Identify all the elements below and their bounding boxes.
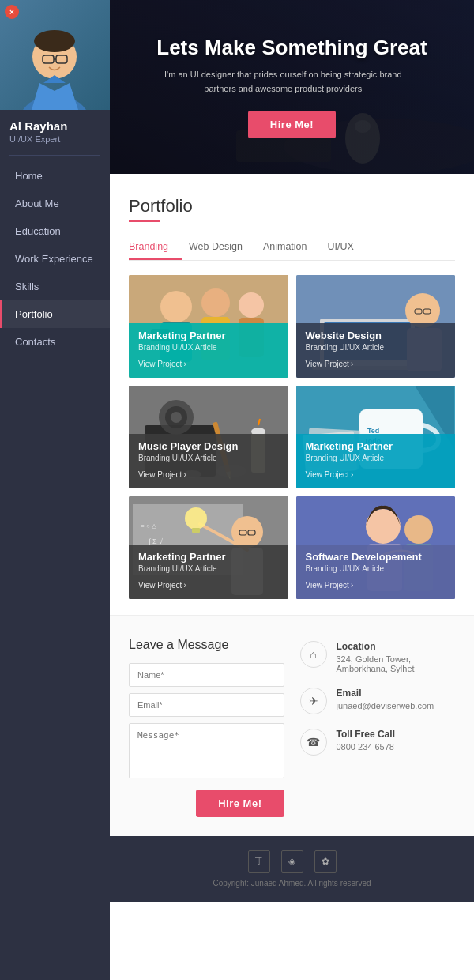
contact-section: Leave a Message Hire Me! ⌂ Location 324,… — [110, 615, 474, 836]
hero-title: Lets Make Something Great — [156, 36, 427, 60]
name-input[interactable] — [129, 663, 284, 687]
card-title-2: Website Design — [306, 330, 446, 341]
contact-form-title: Leave a Message — [129, 638, 284, 652]
card-overlay-1: Marketing Partner Branding UI/UX Article… — [129, 323, 288, 378]
sidebar-item-about[interactable]: About Me — [0, 190, 110, 217]
portfolio-card-4[interactable]: Ted Todo Marketing Partner Branding UI/U… — [296, 386, 456, 488]
footer-copyright: Copyright: Junaed Ahmed. All rights rese… — [126, 879, 458, 888]
message-input[interactable] — [129, 723, 284, 778]
card-overlay-3: Music Player Design Branding UI/UX Artic… — [129, 434, 288, 488]
card-sub-3: Branding UI/UX Article — [138, 454, 279, 462]
card-overlay-4: Marketing Partner Branding UI/UX Article… — [296, 434, 456, 488]
tab-branding[interactable]: Branding — [129, 235, 182, 260]
contact-info: ⌂ Location 324, Golden Tower, Amborkhana… — [300, 638, 456, 817]
portfolio-grid: Marketing Partner Branding UI/UX Article… — [129, 275, 455, 599]
svg-point-13 — [160, 291, 192, 322]
card-title-1: Marketing Partner — [138, 330, 279, 341]
contact-phone: ☎ Toll Free Call 0800 234 6578 — [300, 729, 456, 756]
skype-icon[interactable]: ◈ — [281, 850, 303, 873]
contact-form: Leave a Message Hire Me! — [129, 638, 284, 817]
svg-point-61 — [404, 515, 433, 544]
phone-value: 0800 234 6578 — [337, 742, 395, 752]
card-title-6: Software Developement — [306, 551, 446, 563]
sidebar-item-home[interactable]: Home — [0, 162, 110, 190]
portfolio-tabs: Branding Web Design Animation UI/UX — [129, 235, 455, 261]
contact-location: ⌂ Location 324, Golden Tower, Amborkhana… — [300, 641, 456, 673]
email-label: Email — [337, 688, 434, 699]
tab-animation[interactable]: Animation — [263, 235, 322, 260]
hero-section: Lets Make Something Great I'm an UI desi… — [110, 0, 474, 174]
tab-webdesign[interactable]: Web Design — [189, 235, 257, 260]
svg-point-56 — [185, 507, 207, 530]
card-link-3[interactable]: View Project — [138, 470, 186, 479]
card-sub-4: Branding UI/UX Article — [306, 454, 446, 462]
hero-cta-button[interactable]: Hire Me! — [248, 111, 336, 138]
footer: 𝕋 ◈ ✿ Copyright: Junaed Ahmed. All right… — [110, 836, 474, 902]
portfolio-title-bar — [129, 220, 160, 222]
sidebar-divider — [9, 155, 100, 156]
contact-submit-button[interactable]: Hire Me! — [196, 790, 284, 817]
email-value: junaed@deviserweb.com — [337, 701, 434, 710]
sidebar-avatar: × — [0, 0, 110, 110]
twitter-icon[interactable]: 𝕋 — [248, 850, 270, 873]
location-icon: ⌂ — [300, 641, 327, 668]
card-link-4[interactable]: View Project — [306, 470, 354, 479]
sidebar-nav: Home About Me Education Work Experience … — [0, 162, 110, 356]
sidebar-title: UI/UX Expert — [0, 134, 110, 155]
location-label: Location — [337, 641, 456, 652]
close-button[interactable]: × — [5, 5, 19, 19]
card-sub-2: Branding UI/UX Article — [306, 343, 446, 352]
svg-rect-57 — [192, 528, 200, 533]
contact-location-text: Location 324, Golden Tower, Amborkhana, … — [337, 641, 456, 673]
svg-point-15 — [201, 288, 230, 317]
card-title-4: Marketing Partner — [306, 440, 446, 452]
sidebar-item-contacts[interactable]: Contacts — [0, 328, 110, 356]
main-content: Lets Make Something Great I'm an UI desi… — [110, 0, 474, 902]
portfolio-card-3[interactable]: Music Player Design Branding UI/UX Artic… — [129, 386, 288, 488]
portfolio-card-2[interactable]: Website Design Branding UI/UX Article Vi… — [296, 275, 456, 378]
sidebar-item-skills[interactable]: Skills — [0, 273, 110, 300]
sidebar-item-education[interactable]: Education — [0, 217, 110, 245]
card-link-2[interactable]: View Project — [306, 360, 354, 368]
tab-uiux[interactable]: UI/UX — [328, 235, 368, 260]
footer-social-icons: 𝕋 ◈ ✿ — [126, 850, 458, 873]
card-title-3: Music Player Design — [138, 440, 279, 452]
card-overlay-2: Website Design Branding UI/UX Article Vi… — [296, 323, 456, 378]
card-sub-1: Branding UI/UX Article — [138, 343, 279, 352]
card-overlay-5: Marketing Partner Branding UI/UX Article… — [129, 545, 288, 599]
card-link-5[interactable]: View Project — [138, 581, 186, 590]
sidebar: × Al Rayhan UI/UX Expert Home About Me E… — [0, 0, 110, 902]
location-value: 324, Golden Tower, Amborkhana, Sylhet — [337, 654, 456, 673]
sidebar-item-work[interactable]: Work Experience — [0, 245, 110, 273]
portfolio-card-1[interactable]: Marketing Partner Branding UI/UX Article… — [129, 275, 288, 378]
contact-phone-text: Toll Free Call 0800 234 6578 — [337, 729, 395, 752]
card-overlay-6: Software Developement Branding UI/UX Art… — [296, 545, 456, 599]
portfolio-card-6[interactable]: Software Developement Branding UI/UX Art… — [296, 496, 456, 599]
svg-text:= ○ △: = ○ △ — [141, 522, 157, 530]
email-input[interactable] — [129, 693, 284, 717]
card-title-5: Marketing Partner — [138, 551, 279, 563]
contact-email: ✈ Email junaed@deviserweb.com — [300, 688, 456, 714]
sidebar-name: Al Rayhan — [0, 110, 110, 134]
social-icon-3[interactable]: ✿ — [314, 850, 337, 873]
card-sub-6: Branding UI/UX Article — [306, 564, 446, 573]
email-icon: ✈ — [300, 688, 327, 714]
portfolio-title: Portfolio — [129, 196, 455, 217]
portfolio-card-5[interactable]: = ○ △ ∫ Σ √ — [129, 496, 288, 599]
hero-content: Lets Make Something Great I'm an UI desi… — [156, 36, 427, 138]
sidebar-item-portfolio[interactable]: Portfolio — [0, 300, 110, 328]
svg-point-3 — [34, 30, 75, 52]
card-link-6[interactable]: View Project — [306, 581, 354, 590]
hero-subtitle: I'm an UI designer that prides ourself o… — [156, 68, 409, 96]
contact-email-text: Email junaed@deviserweb.com — [337, 688, 434, 710]
phone-label: Toll Free Call — [337, 729, 395, 740]
svg-point-17 — [239, 292, 264, 318]
svg-point-34 — [171, 412, 182, 423]
card-sub-5: Branding UI/UX Article — [138, 564, 279, 573]
phone-icon: ☎ — [300, 729, 327, 756]
card-link-1[interactable]: View Project — [138, 360, 186, 368]
portfolio-section: Portfolio Branding Web Design Animation … — [110, 174, 474, 615]
